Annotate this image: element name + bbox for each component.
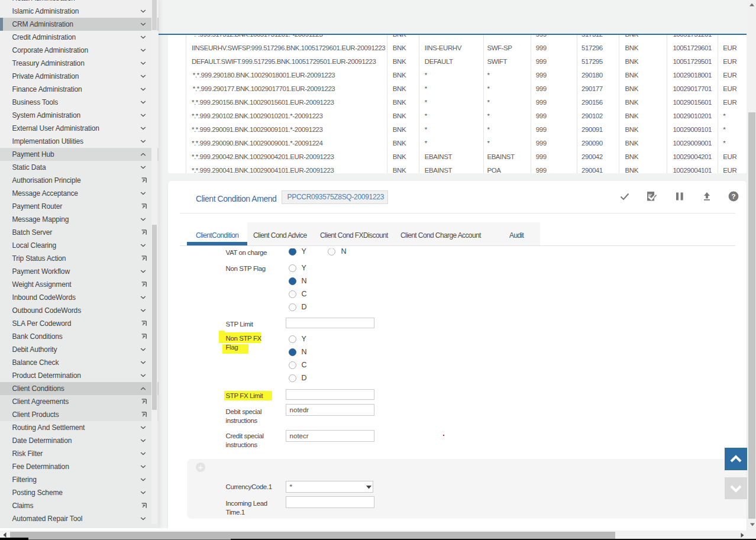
svg-text:?: ?: [731, 193, 735, 200]
